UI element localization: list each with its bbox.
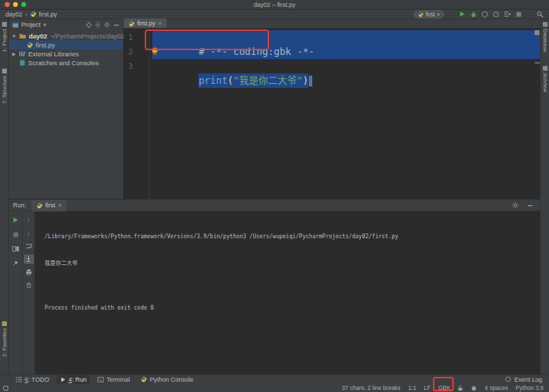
stop-button[interactable] (516, 12, 522, 17)
toolwindow-button-python-console[interactable]: Python Console (137, 375, 197, 384)
hide-panel-button[interactable] (113, 22, 119, 28)
python-console-icon (141, 376, 147, 382)
toolwindow-button-favorites[interactable]: 2: Favorites (0, 321, 9, 357)
project-panel-title[interactable]: Project (21, 21, 40, 28)
code-line-3[interactable]: print("我是你二大爷") (152, 59, 312, 73)
run-panel-settings-gear-button[interactable] (512, 202, 519, 209)
editor-gutter: 1 2 3 (124, 29, 150, 199)
print-call: print (198, 75, 227, 86)
coding-comment: # -*- coding:gbk -*- (198, 46, 314, 57)
toolwindow-button-todo[interactable]: 6: TODO (12, 375, 53, 384)
status-bar-right: 37 chars, 2 line breaks 1:1 LF GBK 4 spa… (342, 384, 544, 391)
tree-item-scratches[interactable]: Scratches and Consoles (9, 58, 123, 67)
run-toolbar-left (9, 211, 23, 374)
soft-wrap-button[interactable] (24, 242, 34, 251)
tree-item-label: first.py (36, 41, 55, 49)
event-log-icon (505, 376, 511, 382)
coverage-button[interactable] (482, 11, 488, 18)
structure-toolwindow-icon (2, 69, 7, 73)
hide-run-panel-button[interactable] (527, 203, 533, 209)
favorites-toolwindow-icon (2, 321, 7, 326)
tree-item-external-libraries[interactable]: ▶ External Libraries (9, 49, 123, 58)
restore-layout-button[interactable] (11, 244, 21, 253)
run-tab-first[interactable]: first × (32, 200, 67, 211)
run-configuration-name: first (425, 11, 435, 18)
close-paren: ) (303, 75, 308, 86)
tree-item-first-py[interactable]: first.py (9, 41, 123, 49)
text-caret (309, 76, 312, 87)
chevron-down-icon: ▾ (437, 11, 440, 18)
toolwindow-button-sciview[interactable]: SciView (541, 66, 549, 92)
toolwindow-button-database[interactable]: Database (541, 22, 549, 52)
settings-gear-button[interactable] (104, 21, 110, 28)
zoom-window-button[interactable] (21, 2, 26, 7)
concurrency-diagram-button[interactable] (504, 11, 511, 17)
toolwindow-button-structure[interactable]: 7: Structure (0, 69, 9, 104)
inspection-status-square[interactable] (535, 30, 539, 35)
status-bar: 37 chars, 2 line breaks 1:1 LF GBK 4 spa… (0, 384, 549, 392)
breadcrumb-project[interactable]: day02 (5, 11, 23, 18)
pycharm-window: day02 – first.py day02 › first.py first … (0, 0, 549, 392)
indent-setting[interactable]: 4 spaces (484, 384, 508, 391)
selection-stats: 37 chars, 2 line breaks (342, 384, 401, 391)
python-file-icon (27, 42, 33, 48)
toolwindow-switcher-icon[interactable] (3, 386, 8, 391)
run-button[interactable] (459, 11, 465, 17)
scrollbar-mark (535, 62, 540, 64)
editor-tab-label: first.py (137, 20, 156, 27)
tree-item-day02[interactable]: ▼ day02 ~/PycharmProjects/day02 (9, 32, 123, 41)
toolwindow-button-terminal[interactable]: Terminal (94, 375, 133, 384)
unlock-icon[interactable] (458, 385, 463, 391)
breadcrumb: day02 › first.py (5, 11, 57, 18)
console-line-exit: Process finished with exit code 0 (45, 303, 540, 312)
close-tab-icon[interactable]: × (159, 20, 162, 27)
breadcrumb-file[interactable]: first.py (39, 11, 58, 18)
debug-button[interactable] (470, 11, 477, 18)
profiler-button[interactable] (493, 11, 500, 18)
collapsed-arrow-icon[interactable]: ▶ (12, 51, 16, 57)
editor-tab-first-py[interactable]: first.py × (124, 19, 167, 28)
print-button[interactable] (24, 268, 34, 277)
minimize-window-button[interactable] (13, 2, 18, 7)
run-console-output[interactable]: /Library/Frameworks/Python.framework/Ver… (36, 211, 540, 374)
editor-tab-bar: first.py × (124, 19, 540, 29)
inspection-hector-icon[interactable] (471, 385, 477, 391)
up-stacktrace-button[interactable]: ↑ (24, 216, 34, 224)
down-stacktrace-button[interactable]: ↓ (24, 229, 34, 238)
sciview-toolwindow-icon (543, 66, 548, 71)
intention-bulb-icon[interactable] (152, 47, 158, 56)
project-toolwindow-label: 1: Project (1, 29, 8, 52)
collapse-all-button[interactable] (95, 22, 101, 28)
bottom-toolwindow-bar: 6: TODO 4: Run Terminal Python Console E… (0, 374, 549, 384)
clear-console-button[interactable] (24, 281, 34, 290)
line-separator[interactable]: LF (423, 384, 430, 391)
code-line-1[interactable]: # -*- coding:gbk -*- (152, 30, 314, 45)
tree-item-label: day02 (29, 32, 47, 40)
locate-file-button[interactable] (86, 22, 92, 28)
window-title: day02 – first.py (0, 1, 549, 8)
close-window-button[interactable] (5, 2, 10, 7)
python-file-icon (36, 203, 43, 209)
expanded-arrow-icon[interactable]: ▼ (12, 34, 16, 38)
caret-position[interactable]: 1:1 (408, 384, 417, 391)
file-encoding[interactable]: GBK (438, 384, 450, 391)
scroll-to-end-button[interactable] (24, 255, 34, 264)
console-line-command: /Library/Frameworks/Python.framework/Ver… (45, 232, 540, 241)
toolwindow-button-run[interactable]: 4: Run (57, 375, 91, 384)
editor-content[interactable]: 1 2 3 # -*- coding:gbk -*- print("我是你二大爷… (124, 29, 540, 199)
structure-toolwindow-label: 7: Structure (1, 76, 8, 104)
pin-tab-button[interactable] (11, 259, 21, 268)
stop-process-button[interactable] (11, 230, 21, 239)
rerun-button[interactable] (11, 216, 21, 224)
interpreter-setting[interactable]: Python 3.8 (515, 384, 544, 391)
project-panel-title-arrow[interactable]: ▾ (43, 21, 47, 28)
run-configuration-select[interactable]: first ▾ (414, 10, 444, 19)
tree-item-label: External Libraries (28, 50, 79, 58)
database-toolwindow-label: Database (542, 29, 548, 52)
search-everywhere-icon[interactable] (537, 11, 544, 18)
event-log-button[interactable]: Event Log (505, 376, 542, 383)
close-tab-icon[interactable]: × (58, 202, 62, 209)
traffic-lights (0, 2, 26, 7)
python-file-icon (128, 21, 135, 27)
toolwindow-button-project[interactable]: 1: Project (0, 22, 9, 52)
